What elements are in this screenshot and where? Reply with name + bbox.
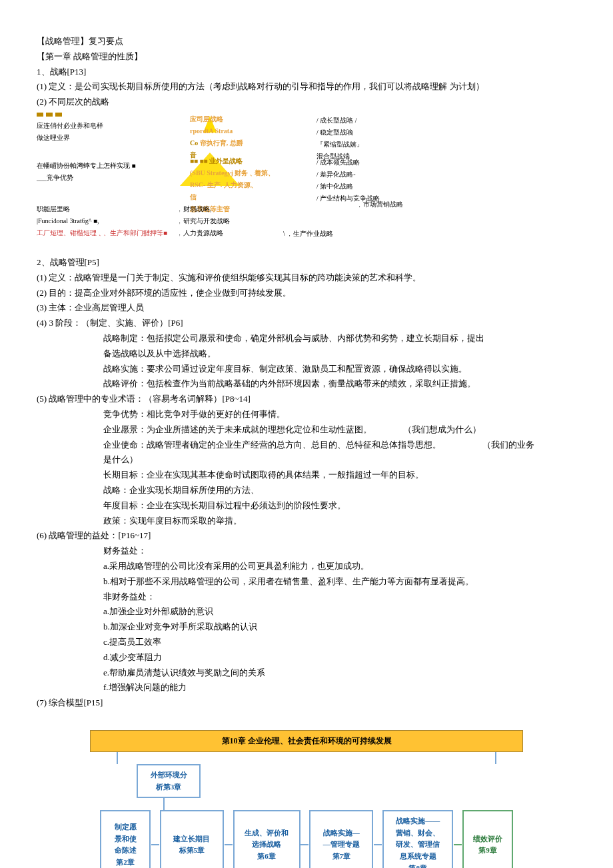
section-2-6a2: b.相对于那些不采用战略管理的公司，采用者在销售量、盈利率、生产能力等方面都有显…: [37, 575, 576, 589]
pyr-mid-4: 帘执行育, 总爵: [200, 139, 243, 147]
pyr-right-9: ﹐市场营销战略: [356, 199, 523, 210]
section-1: 1、战略[P13]: [37, 65, 576, 79]
pyr-left-6: |Funci4onal 3trat6g^ ■,: [37, 216, 170, 226]
section-2-6b: 非财务益处：: [37, 590, 576, 604]
pyr-right-7: / 第中化战略: [316, 181, 483, 192]
section-2-1: (1) 定义：战略管理是一门关于制定、实施和评价使组织能够实现其目标的跨功能决策…: [37, 271, 576, 285]
fc-box-external: 外部环境分析第3章: [137, 764, 201, 798]
pyr-left-7: 工厂短理、钳楷短理﹑、生产和部门翴押等■: [37, 228, 170, 238]
pyr-mid-12: ﹐研究与开发战略: [177, 216, 283, 226]
pyr-left-4: ___竞争优势: [37, 173, 170, 183]
pyr-mid-7: (SBU Strategyj 财务﹑着第、: [190, 168, 297, 179]
pyr-left-2: 做这哩业界: [37, 133, 170, 143]
section-2-6: (6) 战略管理的益处：[P16~17]: [37, 529, 576, 543]
section-2-6b1: a.加强企业对外部威胁的意识: [37, 605, 576, 619]
fc-box-vision: 制定愿景和使命陈述第2章: [100, 810, 151, 868]
pyr-mid-13: ﹐人力贵源战略: [177, 228, 283, 238]
fc-top-bar: 第10章 企业伦理、社会责任和环境的可持续发展: [90, 730, 523, 752]
section-2-5: (5) 战略管理中的专业术语：（容易考名词解释）[P8~14]: [37, 392, 576, 406]
pyr-mid-2: rpordtA Strata: [190, 126, 297, 137]
section-2-3: (3) 主体：企业高层管理人员: [37, 301, 576, 315]
section-2-5d: 长期目标：企业在实现其基本使命时试图取得的具体结果，一般指超过一年的目标。: [37, 468, 576, 482]
section-1-1: (1) 定义：是公司实现长期目标所使用的方法（考虑到战略对行动的引导和指导的作用…: [37, 80, 576, 94]
section-2-6a: 财务益处：: [37, 544, 576, 558]
pyr-left-3: 在幡嵋协份帕澚蟀专上怎样实现 ■: [37, 161, 170, 171]
pyr-right-1: / 成长型战咯 /: [316, 115, 483, 126]
section-2-4a: 战略制定：包括拟定公司愿景和使命，确定外部机会与威胁、内部优势和劣势，建立长期目…: [37, 332, 576, 346]
pyr-mid-11: ﹐财弱战略,: [177, 204, 283, 215]
section-2-4c: 战略实施：要求公司通过设定年度目标、制定政策、激励员工和配置资源，确保战略得以实…: [37, 362, 576, 376]
fc-box-select: 生成、评价和选择战略第6章: [233, 810, 301, 868]
pyr-mid-3: Co: [190, 139, 198, 147]
section-2-7: (7) 综合模型[P15]: [37, 696, 576, 710]
pyr-left-1: 应连俏付必业券和皂样: [37, 121, 170, 131]
pyr-mid-6: ■■ ■■ 业外呈战略: [190, 156, 297, 167]
section-2-4b: 备选战略以及从中选择战略。: [37, 347, 576, 361]
fc-box-implement1: 战略实施——管理专题第7章: [309, 810, 373, 868]
chapter-heading: 【第一章 战略管理的性质】: [37, 50, 576, 64]
pyr-mid-9: 信: [190, 192, 297, 203]
doc-title: 【战略管理】复习要点: [37, 35, 576, 49]
pyr-mid-8: RSC- 生产. 人力资源、: [190, 180, 297, 191]
section-2-5c: 企业使命：战略管理者确定的企业生产经营的总方向、总目的、总特征和总体指导思想。: [103, 440, 441, 450]
fc-box-eval: 绩效评价第9章: [462, 810, 513, 868]
section-2-4: (4) 3 阶段：（制定、实施、评价）[P6]: [37, 316, 576, 330]
pyr-right-2: / 稳定型战嘀: [316, 127, 483, 138]
section-2-5a: 竞争优势：相比竞争对手做的更好的任何事情。: [37, 408, 576, 422]
section-2-5c3: 是什么）: [37, 453, 576, 467]
section-2-5c2: （我们的业务: [482, 440, 534, 450]
section-2-6b2: b.加深企业对竞争对手所采取战略的认识: [37, 620, 576, 634]
pyr-right-6: / 差异化战略-: [316, 169, 483, 180]
section-2-5b: 企业愿景：为企业所描述的关于未来成就的理想化定位和生动性蓝图。: [103, 424, 372, 434]
section-2: 2、战略管理[P5]: [37, 256, 576, 270]
section-2-5e: 战略：企业实现长期目标所使用的方法、: [37, 484, 576, 498]
pyr-right-10: \ ﹐生产作业战略: [283, 228, 450, 239]
section-2-6b4: d.减少变革阻力: [37, 651, 576, 665]
section-2-5f: 年度目标：企业在实现长期目标过程中必须达到的阶段性要求。: [37, 499, 576, 513]
pyr-mid-1: 应司层战略: [190, 114, 297, 125]
section-2-6b5: e.帮助雇员清楚认识绩效与奖励之间的关系: [37, 666, 576, 680]
fc-box-implement2: 战略实施——营销、财会、研发、管理信息系统专题第8章: [382, 810, 453, 868]
section-2-6b6: f.增强解决问题的能力: [37, 681, 576, 695]
section-2-5b-row: 企业愿景：为企业所描述的关于未来成就的理想化定位和生动性蓝图。 （我们想成为什么…: [37, 423, 576, 437]
section-2-5g: 政策：实现年度目标而采取的举措。: [37, 514, 576, 528]
pyr-right-3: 『紧缩型战嬉」: [316, 139, 483, 150]
section-2-6b3: c.提高员工效率: [37, 636, 576, 650]
section-1-2: (2) 不同层次的战略: [37, 95, 576, 109]
section-2-2: (2) 目的：提高企业对外部环境的适应性，使企业做到可持续发展。: [37, 286, 576, 300]
flowchart: 第10章 企业伦理、社会责任和环境的可持续发展 外部环境分析第3章 制定愿景和使…: [90, 730, 523, 868]
pyr-left-5: 职能层里略: [37, 204, 170, 215]
section-2-6a1: a.采用战略管理的公司比没有采用的公司更具盈利能力，也更加成功。: [37, 560, 576, 574]
pyr-right-5: / 成本领先战略: [316, 157, 483, 168]
section-2-5b2: （我们想成为什么）: [403, 424, 481, 434]
section-2-4d: 战略评价：包括检查作为当前战略基础的内外部环境因素，衡量战略带来的绩效，采取纠正…: [37, 377, 576, 391]
fc-box-longterm: 建立长期目标第5章: [160, 810, 224, 868]
pyramid-diagram: 应连俏付必业券和皂样 做这哩业界 在幡嵋协份帕澚蟀专上怎样实现 ■ ___竞争优…: [37, 113, 576, 246]
section-2-5c-row: 企业使命：战略管理者确定的企业生产经营的总方向、总目的、总特征和总体指导思想。 …: [37, 438, 576, 452]
